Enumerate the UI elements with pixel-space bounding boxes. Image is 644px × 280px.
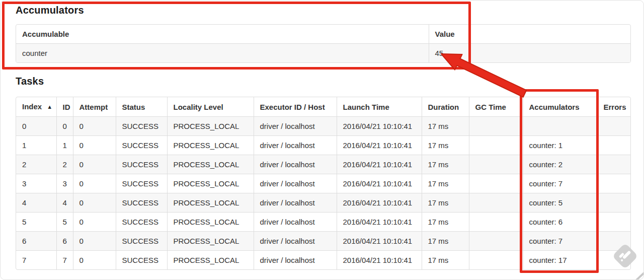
cell-locality-level: PROCESS_LOCAL [167, 193, 254, 213]
cell-executor-id-host: driver / localhost [254, 136, 337, 155]
cell-errors [597, 174, 631, 193]
column-header-accumulators[interactable]: Accumulators [523, 97, 597, 117]
cell-attempt: 0 [73, 174, 116, 193]
column-header-id[interactable]: ID [56, 97, 73, 117]
cell-index: 6 [16, 232, 56, 251]
cell-duration: 17 ms [422, 174, 469, 193]
cell-duration: 17 ms [422, 251, 469, 270]
cell-status: SUCCESS [116, 232, 167, 251]
accumulator-row: counter 45 [16, 44, 631, 63]
column-header-errors[interactable]: Errors [597, 97, 631, 117]
cell-index: 7 [16, 251, 56, 270]
cell-gc-time [469, 117, 523, 136]
cell-accumulators: counter: 17 [523, 251, 597, 270]
accumulable-name-cell: counter [16, 44, 429, 63]
cell-gc-time [469, 232, 523, 251]
accumulable-column-header: Accumulable [16, 25, 429, 44]
column-header-duration[interactable]: Duration [422, 97, 469, 117]
cell-index: 2 [16, 155, 56, 174]
cell-gc-time [469, 251, 523, 270]
cell-errors [597, 193, 631, 213]
cell-status: SUCCESS [116, 174, 167, 193]
cell-id: 0 [56, 117, 73, 136]
cell-attempt: 0 [73, 251, 116, 270]
cell-gc-time [469, 155, 523, 174]
column-header-status[interactable]: Status [116, 97, 167, 117]
cell-duration: 17 ms [422, 193, 469, 213]
value-column-header: Value [429, 25, 631, 44]
column-header-gc-time[interactable]: GC Time [469, 97, 523, 117]
cell-accumulators [523, 117, 597, 136]
cell-executor-id-host: driver / localhost [254, 117, 337, 136]
cell-launch-time: 2016/04/21 10:10:41 [337, 193, 422, 213]
task-row-1: 1 1 0 SUCCESS PROCESS_LOCAL driver / loc… [16, 136, 631, 155]
cell-accumulators: counter: 6 [523, 213, 597, 232]
cell-launch-time: 2016/04/21 10:10:41 [337, 232, 422, 251]
cell-attempt: 0 [73, 117, 116, 136]
cell-status: SUCCESS [116, 136, 167, 155]
cell-index: 4 [16, 193, 56, 213]
cell-status: SUCCESS [116, 251, 167, 270]
cell-executor-id-host: driver / localhost [254, 174, 337, 193]
cell-locality-level: PROCESS_LOCAL [167, 117, 254, 136]
cell-attempt: 0 [73, 155, 116, 174]
column-header-executor-id-host[interactable]: Executor ID / Host [254, 97, 337, 117]
accumulators-section-heading: Accumulators [16, 5, 84, 16]
cell-index: 5 [16, 213, 56, 232]
cell-locality-level: PROCESS_LOCAL [167, 174, 254, 193]
cell-locality-level: PROCESS_LOCAL [167, 213, 254, 232]
cell-launch-time: 2016/04/21 10:10:41 [337, 174, 422, 193]
cell-index: 3 [16, 174, 56, 193]
cell-attempt: 0 [73, 193, 116, 213]
cell-duration: 17 ms [422, 155, 469, 174]
cell-locality-level: PROCESS_LOCAL [167, 251, 254, 270]
cell-errors [597, 155, 631, 174]
cell-executor-id-host: driver / localhost [254, 213, 337, 232]
cell-executor-id-host: driver / localhost [254, 232, 337, 251]
cell-attempt: 0 [73, 136, 116, 155]
cell-duration: 17 ms [422, 213, 469, 232]
cell-status: SUCCESS [116, 213, 167, 232]
cell-launch-time: 2016/04/21 10:10:41 [337, 117, 422, 136]
cell-id: 1 [56, 136, 73, 155]
cell-accumulators: counter: 7 [523, 232, 597, 251]
task-row-0: 0 0 0 SUCCESS PROCESS_LOCAL driver / loc… [16, 117, 631, 136]
cell-locality-level: PROCESS_LOCAL [167, 155, 254, 174]
cell-gc-time [469, 193, 523, 213]
cell-duration: 17 ms [422, 232, 469, 251]
accumulators-table: Accumulable Value counter 45 [16, 24, 631, 63]
column-header-locality-level[interactable]: Locality Level [167, 97, 254, 117]
cell-errors [597, 117, 631, 136]
cell-executor-id-host: driver / localhost [254, 155, 337, 174]
task-row-4: 4 4 0 SUCCESS PROCESS_LOCAL driver / loc… [16, 193, 631, 213]
cell-accumulators: counter: 2 [523, 155, 597, 174]
accumulators-header-row: Accumulable Value [16, 25, 631, 44]
task-row-6: 6 6 0 SUCCESS PROCESS_LOCAL driver / loc… [16, 232, 631, 251]
task-row-3: 3 3 0 SUCCESS PROCESS_LOCAL driver / loc… [16, 174, 631, 193]
cell-errors [597, 136, 631, 155]
column-header-index-label: Index [22, 102, 42, 111]
cell-index: 1 [16, 136, 56, 155]
cell-executor-id-host: driver / localhost [254, 251, 337, 270]
spark-stage-detail-page: Accumulators Accumulable Value counter 4… [0, 0, 644, 280]
column-header-attempt[interactable]: Attempt [73, 97, 116, 117]
tasks-section-heading: Tasks [16, 76, 44, 87]
task-row-5: 5 5 0 SUCCESS PROCESS_LOCAL driver / loc… [16, 213, 631, 232]
cell-index: 0 [16, 117, 56, 136]
cell-locality-level: PROCESS_LOCAL [167, 232, 254, 251]
cell-gc-time [469, 136, 523, 155]
cell-id: 2 [56, 155, 73, 174]
cell-gc-time [469, 213, 523, 232]
column-header-launch-time[interactable]: Launch Time [337, 97, 422, 117]
cell-id: 5 [56, 213, 73, 232]
corner-mark [636, 273, 644, 280]
cell-attempt: 0 [73, 232, 116, 251]
accumulable-value-cell: 45 [429, 44, 631, 63]
task-row-7: 7 7 0 SUCCESS PROCESS_LOCAL driver / loc… [16, 251, 631, 270]
cell-id: 3 [56, 174, 73, 193]
cell-status: SUCCESS [116, 155, 167, 174]
cell-gc-time [469, 174, 523, 193]
cell-locality-level: PROCESS_LOCAL [167, 136, 254, 155]
column-header-index[interactable]: Index▲ [16, 97, 56, 117]
cell-accumulators: counter: 1 [523, 136, 597, 155]
